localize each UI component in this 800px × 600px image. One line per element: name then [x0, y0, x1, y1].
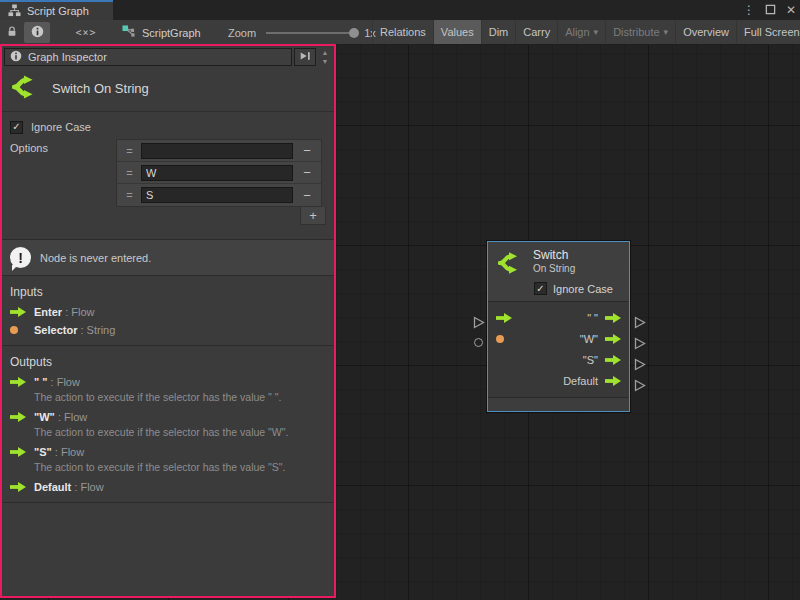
warning-icon: !: [10, 247, 31, 268]
add-option-button[interactable]: +: [300, 207, 326, 225]
inspector-toggle-button[interactable]: [24, 22, 50, 43]
switch-icon: [496, 249, 524, 279]
port-name: "S": [34, 446, 52, 458]
graph-toolbar: <×> ScriptGraph Zoom 1x Relations Values…: [0, 20, 800, 45]
switch-icon: [10, 72, 40, 105]
node-enter-port[interactable]: [496, 313, 512, 323]
node-output-row[interactable]: Default: [563, 375, 621, 387]
fullscreen-button[interactable]: Full Screen: [736, 20, 800, 44]
zoom-slider-handle[interactable]: [349, 28, 359, 38]
drag-handle-icon[interactable]: =: [117, 189, 141, 201]
ignore-case-checkbox[interactable]: ✓: [10, 121, 23, 134]
carry-button[interactable]: Carry: [515, 20, 557, 44]
zoom-slider[interactable]: [266, 32, 354, 34]
window-menu-icon[interactable]: ⋮: [743, 4, 755, 16]
input-port-row: Enter : Flow: [2, 303, 334, 321]
maximize-icon[interactable]: [765, 4, 776, 17]
inputs-section-header: Inputs: [2, 276, 334, 303]
node-subtitle: On String: [533, 263, 575, 274]
flow-arrow-icon: [10, 482, 26, 492]
values-button[interactable]: Values: [433, 20, 481, 44]
option-value-input[interactable]: [141, 187, 293, 203]
input-port-row: Selector : String: [2, 321, 334, 339]
node-output-label: " ": [587, 312, 598, 324]
flow-arrow-icon: [605, 313, 621, 323]
node-selector-port[interactable]: [496, 335, 512, 343]
flow-arrow-icon: [605, 355, 621, 365]
check-icon: ✓: [12, 122, 20, 132]
external-flow-output-port[interactable]: [634, 337, 646, 352]
ignore-case-label: Ignore Case: [31, 121, 91, 133]
remove-option-button[interactable]: −: [293, 165, 321, 180]
dock-sidebar-icon: [299, 50, 311, 64]
node-title: Switch: [533, 249, 575, 263]
warning-banner: ! Node is never entered.: [2, 239, 334, 276]
check-icon: ✓: [536, 284, 544, 294]
relations-button[interactable]: Relations: [372, 20, 433, 44]
code-view-button[interactable]: <×>: [66, 22, 106, 43]
dock-sidebar-button[interactable]: [294, 48, 316, 66]
lock-button[interactable]: [2, 22, 22, 43]
node-output-label: Default: [563, 375, 598, 387]
switch-on-string-node[interactable]: Switch On String ✓ Ignore Case " " "W": [487, 241, 630, 412]
options-label: Options: [10, 139, 116, 225]
node-output-row[interactable]: "S": [583, 354, 621, 366]
node-ignore-case-checkbox[interactable]: ✓: [534, 282, 547, 295]
option-row: = −: [117, 184, 321, 206]
scroll-up-icon[interactable]: ▲: [322, 49, 329, 56]
node-output-row[interactable]: " ": [587, 312, 621, 324]
distribute-dropdown[interactable]: Distribute▾: [605, 20, 675, 44]
inspector-header-label: Graph Inspector: [28, 51, 107, 63]
external-flow-input-port[interactable]: [473, 316, 485, 331]
option-value-input[interactable]: [141, 165, 293, 181]
flow-arrow-icon: [10, 412, 26, 422]
graph-hierarchy-icon: [8, 4, 21, 19]
inspector-header: Graph Inspector: [4, 48, 292, 66]
node-output-label: "W": [580, 333, 598, 345]
lock-icon: [6, 25, 18, 40]
port-type: : Flow: [65, 306, 94, 318]
external-value-input-port[interactable]: [474, 338, 483, 347]
outputs-section-header: Outputs: [2, 346, 334, 373]
port-name: Default: [34, 481, 71, 493]
breadcrumb-label: ScriptGraph: [142, 27, 201, 39]
remove-option-button[interactable]: −: [293, 188, 321, 203]
chevron-down-icon: ▾: [594, 27, 599, 37]
port-description: The action to execute if the selector ha…: [2, 426, 334, 443]
drag-handle-icon[interactable]: =: [117, 167, 141, 179]
zoom-label: Zoom: [228, 27, 256, 39]
external-flow-output-port[interactable]: [634, 316, 646, 331]
flow-arrow-icon: [10, 307, 26, 317]
window-controls: ⋮ ✕: [743, 0, 796, 20]
output-port-row: "S" : Flow: [2, 443, 334, 461]
inspector-empty-area: [2, 503, 334, 596]
align-dropdown[interactable]: Align▾: [557, 20, 605, 44]
port-description: The action to execute if the selector ha…: [2, 391, 334, 408]
toolbar-buttons: Relations Values Dim Carry Align▾ Distri…: [372, 20, 800, 44]
value-port-icon: [10, 326, 26, 334]
node-output-label: "S": [583, 354, 598, 366]
tab-script-graph[interactable]: Script Graph: [0, 0, 113, 20]
node-header[interactable]: Switch On String ✓ Ignore Case: [488, 242, 629, 302]
port-description: The action to execute if the selector ha…: [2, 461, 334, 478]
port-name: "W": [34, 411, 55, 423]
panel-scroll-arrows: ▲ ▼: [318, 48, 332, 66]
overview-button[interactable]: Overview: [675, 20, 736, 44]
option-value-input[interactable]: [141, 143, 293, 159]
scroll-down-icon[interactable]: ▼: [322, 58, 329, 65]
port-type: : Flow: [51, 376, 80, 388]
info-icon: [31, 25, 44, 40]
breadcrumb[interactable]: ScriptGraph: [122, 22, 201, 43]
close-icon[interactable]: ✕: [786, 4, 796, 16]
port-type: : Flow: [58, 411, 87, 423]
dim-button[interactable]: Dim: [481, 20, 516, 44]
node-output-row[interactable]: "W": [580, 333, 621, 345]
options-list: = − = − = −: [116, 139, 322, 207]
drag-handle-icon[interactable]: =: [117, 145, 141, 157]
remove-option-button[interactable]: −: [293, 143, 321, 158]
external-flow-output-port[interactable]: [634, 379, 646, 394]
external-flow-output-port[interactable]: [634, 358, 646, 373]
port-type: : Flow: [74, 481, 103, 493]
code-icon: <×>: [75, 27, 96, 38]
flow-arrow-icon: [605, 376, 621, 386]
